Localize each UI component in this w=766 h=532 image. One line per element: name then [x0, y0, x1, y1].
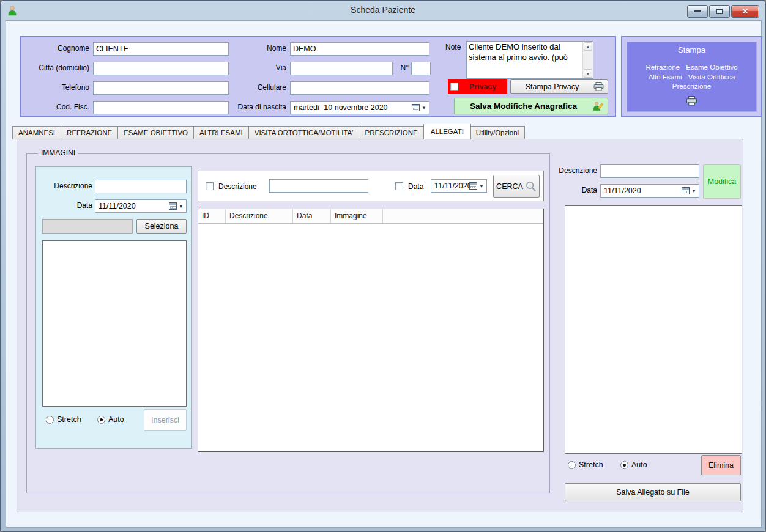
search-descrizione-checkbox[interactable]: [206, 182, 214, 190]
privacy-box: Privacy: [448, 79, 507, 94]
minimize-button[interactable]: [687, 5, 708, 18]
numero-civico-field[interactable]: [411, 62, 431, 75]
insert-stretch-radio[interactable]: Stretch: [46, 415, 81, 424]
chevron-down-icon: ▼: [422, 105, 426, 111]
title-bar[interactable]: Scheda Paziente ✕: [1, 1, 765, 20]
inserisci-button[interactable]: Inserisci: [144, 409, 187, 431]
note-box: Cliente DEMO inserito dal sistema al pri…: [466, 41, 593, 79]
tab-refrazione[interactable]: REFRAZIONE: [61, 126, 118, 139]
telefono-label: Telefono: [21, 83, 89, 92]
detail-data-value[interactable]: [601, 187, 682, 195]
tab-prescrizione[interactable]: PRESCRIZIONE: [359, 126, 423, 139]
detail-image-preview: [565, 205, 742, 454]
stampa-print-button[interactable]: Stampa Refrazione - Esame Obiettivo Altr…: [627, 42, 757, 112]
detail-stretch-label: Stretch: [579, 460, 603, 469]
tab-altri-esami[interactable]: ALTRI ESAMI: [194, 126, 249, 139]
cerca-button[interactable]: CERCA: [493, 175, 540, 198]
scroll-up-icon[interactable]: ▲: [584, 42, 592, 51]
chevron-down-icon: ▼: [179, 204, 184, 209]
citta-field[interactable]: [93, 62, 229, 75]
inserisci-label: Inserisci: [151, 416, 179, 424]
chevron-down-icon: ▼: [691, 188, 696, 194]
caption-buttons: ✕: [687, 5, 759, 18]
results-table[interactable]: ID Descrizione Data Immagine: [198, 209, 544, 452]
insert-stretch-label: Stretch: [57, 415, 81, 424]
modifica-button[interactable]: Modifica: [703, 164, 741, 199]
search-descrizione-field[interactable]: [269, 179, 368, 193]
radio-selected-icon: [97, 416, 105, 424]
minimize-icon: [694, 10, 701, 12]
close-icon: ✕: [742, 7, 749, 16]
insert-data-value[interactable]: [95, 202, 169, 210]
nome-field[interactable]: [290, 42, 429, 56]
stampa-privacy-label: Stampa Privacy: [511, 83, 593, 91]
seleziona-label: Seleziona: [145, 222, 179, 231]
modifica-label: Modifica: [708, 177, 737, 186]
insert-descrizione-label: Descrizione: [36, 182, 92, 190]
citta-label: Città (domicilio): [21, 64, 89, 72]
elimina-button[interactable]: Elimina: [701, 455, 741, 475]
detail-descrizione-label: Descrizione: [536, 166, 597, 175]
cod-fisc-field[interactable]: [93, 101, 229, 114]
cellulare-field[interactable]: [290, 81, 429, 95]
printer-icon: [686, 96, 697, 106]
data-nascita-picker[interactable]: ▼: [290, 101, 429, 114]
cognome-field[interactable]: [93, 42, 229, 56]
via-field[interactable]: [290, 62, 393, 75]
col-immagine[interactable]: Immagine: [331, 209, 383, 223]
file-path-field: [42, 219, 133, 234]
numero-civico-label: N°: [395, 64, 409, 72]
insert-data-picker[interactable]: ▼: [95, 199, 187, 213]
col-data[interactable]: Data: [293, 209, 331, 223]
privacy-checkbox[interactable]: [450, 83, 458, 91]
nome-label: Nome: [223, 44, 286, 53]
search-panel: Descrizione Data ▼ CERCA: [198, 171, 544, 201]
chevron-down-icon: ▼: [479, 183, 484, 189]
radio-icon: [46, 416, 54, 424]
stampa-line-1: Refrazione - Esame Obiettivo: [627, 63, 756, 73]
search-data-picker[interactable]: ▼: [431, 179, 487, 193]
tab-anamnesi[interactable]: ANAMNESI: [12, 126, 61, 139]
col-descrizione[interactable]: Descrizione: [226, 209, 293, 223]
close-button[interactable]: ✕: [731, 5, 759, 18]
note-scrollbar[interactable]: ▲ ▼: [582, 42, 593, 78]
calendar-icon: [412, 104, 420, 111]
seleziona-button[interactable]: Seleziona: [136, 219, 187, 234]
stampa-line-3: Prescrizione: [627, 82, 756, 92]
detail-auto-radio[interactable]: Auto: [620, 460, 647, 469]
telefono-field[interactable]: [93, 81, 229, 95]
scroll-down-icon[interactable]: ▼: [584, 69, 592, 78]
tab-strip: ANAMNESI REFRAZIONE ESAME OBIETTIVO ALTR…: [12, 124, 525, 139]
scheda-paziente-window: Scheda Paziente ✕ Cognome Città (domicil…: [0, 0, 766, 532]
immagini-group-title: IMMAGINI: [38, 149, 78, 157]
search-data-checkbox[interactable]: [395, 182, 403, 190]
insert-descrizione-field[interactable]: [95, 180, 187, 193]
salva-allegato-button[interactable]: Salva Allegato su File: [565, 483, 741, 501]
cognome-label: Cognome: [21, 44, 89, 53]
radio-selected-icon: [620, 461, 628, 469]
search-icon: [525, 180, 537, 192]
cerca-label: CERCA: [496, 182, 523, 191]
data-nascita-value[interactable]: [291, 103, 412, 112]
detail-stretch-radio[interactable]: Stretch: [568, 460, 603, 469]
note-field[interactable]: Cliente DEMO inserito dal sistema al pri…: [467, 42, 582, 78]
allegati-tab-page: IMMAGINI Descrizione Data ▼ Seleziona: [17, 139, 743, 512]
insert-image-panel: Descrizione Data ▼ Seleziona: [35, 166, 192, 449]
search-data-label: Data: [408, 182, 428, 191]
salva-modifiche-button[interactable]: Salva Modifiche Anagrafica: [454, 98, 608, 114]
maximize-button[interactable]: [709, 5, 730, 18]
tab-esame-obiettivo[interactable]: ESAME OBIETTIVO: [118, 126, 194, 139]
tab-allegati[interactable]: ALLEGATI: [423, 124, 471, 139]
client-area: Cognome Città (domicilio) Telefono Cod. …: [6, 20, 762, 528]
detail-descrizione-field[interactable]: [600, 164, 699, 178]
detail-data-picker[interactable]: ▼: [600, 184, 699, 198]
insert-auto-radio[interactable]: Auto: [97, 415, 124, 424]
anagrafica-panel: Cognome Città (domicilio) Telefono Cod. …: [20, 36, 616, 117]
tab-utility-opzioni[interactable]: Utility/Opzioni: [470, 126, 525, 139]
tab-visita-ortottica[interactable]: VISITA ORTOTTICA/MOTILITA': [249, 126, 360, 139]
search-data-value[interactable]: [431, 182, 469, 190]
detail-auto-label: Auto: [631, 460, 647, 469]
stampa-privacy-button[interactable]: Stampa Privacy: [510, 79, 608, 94]
calendar-icon: [682, 187, 690, 194]
col-id[interactable]: ID: [198, 209, 226, 223]
